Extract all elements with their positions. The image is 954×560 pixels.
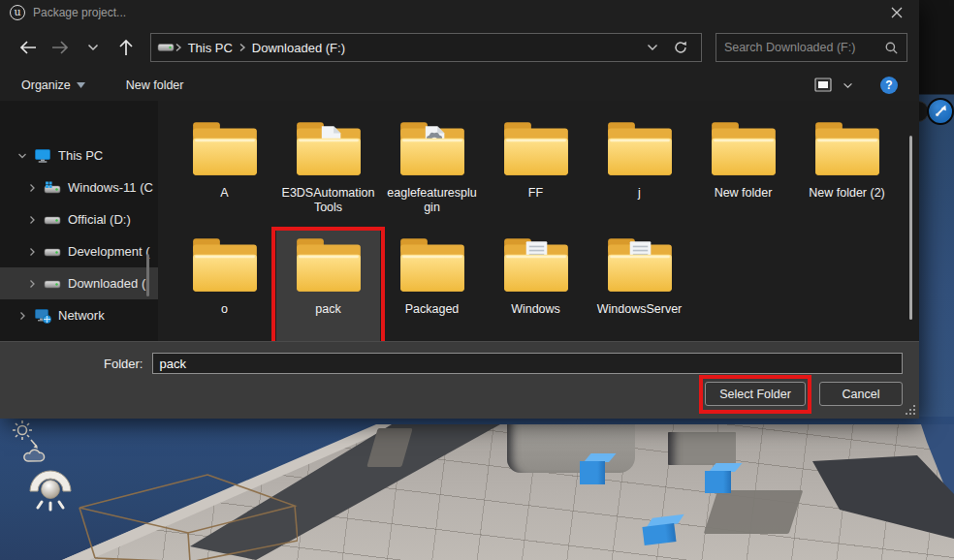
navigation-bar: This PC Downloaded (F:): [0, 25, 919, 70]
sidebar-item-label: Network: [58, 308, 105, 323]
blue-cube: [580, 453, 605, 484]
network-icon: [34, 308, 51, 324]
search-input[interactable]: [724, 41, 884, 54]
window-title: Package project...: [33, 6, 126, 19]
folder-tile-label: o: [221, 302, 228, 317]
cloud-icon[interactable]: [21, 448, 48, 465]
folder-tile-label: j: [638, 186, 641, 201]
folder-tile-packaged[interactable]: Packaged: [380, 231, 484, 341]
sidebar-item-downloaded[interactable]: Downloaded (: [0, 267, 158, 299]
folder-tile-j[interactable]: j: [588, 114, 691, 231]
cancel-button[interactable]: Cancel: [819, 382, 903, 406]
folder-label: Folder:: [104, 357, 143, 371]
title-bar: u Package project...: [0, 0, 919, 25]
folder-tile-label: Windows: [511, 302, 560, 317]
folder-tile-new-folder-2-[interactable]: New folder (2): [795, 114, 899, 231]
blue-cube: [705, 463, 731, 493]
up-button[interactable]: [110, 33, 143, 62]
viewport-canvas[interactable]: [0, 417, 954, 560]
command-bar: Organize New folder ?: [0, 70, 919, 101]
sidebar-item-official-d[interactable]: Official (D:): [0, 203, 158, 235]
skylight-icon[interactable]: [27, 465, 76, 512]
chevron-right-icon[interactable]: [27, 183, 37, 193]
screen: u Package project...: [0, 0, 954, 560]
folder-tile-label: A: [220, 186, 228, 201]
dialog-body: This PCWindows-11 (COfficial (D:)Develop…: [0, 101, 919, 341]
viewport-rounded-box: [507, 424, 635, 473]
folder-tile-windowsserver[interactable]: WindowsServer: [588, 231, 691, 341]
file-grid-scrollbar[interactable]: [909, 136, 912, 320]
folder-icon: [396, 236, 469, 296]
sidebar-tree: This PCWindows-11 (COfficial (D:)Develop…: [0, 101, 158, 341]
folder-name-input[interactable]: [152, 353, 903, 374]
folder-icon: [188, 120, 262, 180]
folder-tile-new-folder[interactable]: New folder: [691, 114, 795, 231]
help-button[interactable]: ?: [880, 77, 898, 94]
monitor-icon: [34, 148, 51, 164]
breadcrumb-chevron-icon: [238, 43, 246, 52]
forward-button[interactable]: [45, 33, 78, 62]
folder-tile-o[interactable]: o: [173, 231, 276, 341]
maximize-viewport-button[interactable]: [927, 98, 954, 125]
back-button[interactable]: [12, 33, 45, 62]
drive-os-icon: [44, 181, 61, 195]
organize-button[interactable]: Organize: [21, 78, 85, 92]
package-project-dialog: u Package project...: [0, 0, 919, 419]
sidebar-item-this-pc[interactable]: This PC: [0, 140, 158, 171]
blue-cube: [641, 515, 676, 545]
folder-tile-label: WindowsServer: [597, 302, 683, 317]
folder-tile-eaglefeaturesplugin[interactable]: eaglefeaturesplugin: [380, 114, 484, 231]
folder-tile-label: FF: [528, 186, 543, 201]
viewport-gray-box: [668, 432, 736, 465]
change-view-button[interactable]: [814, 78, 833, 93]
chevron-right-icon[interactable]: [17, 311, 27, 321]
folder-icon: [707, 120, 780, 180]
recent-locations-button[interactable]: [77, 33, 110, 62]
folder-tile-ff[interactable]: FF: [484, 114, 588, 231]
resize-grip[interactable]: [904, 403, 916, 416]
folder-tile-label: pack: [315, 302, 340, 317]
address-dropdown-button[interactable]: [639, 33, 666, 62]
sidebar-item-label: Windows-11 (C: [68, 180, 153, 195]
folder-tile-label: Packaged: [405, 302, 460, 317]
folder-tile-windows[interactable]: Windows: [484, 231, 588, 341]
drive-icon: [44, 246, 61, 258]
chevron-right-icon[interactable]: [27, 279, 37, 289]
breadcrumb-chevron-icon: [175, 43, 182, 52]
folder-tile-pack[interactable]: pack: [276, 231, 380, 341]
drive-icon: [44, 214, 61, 226]
dropdown-arrow-icon: [77, 82, 85, 88]
folder-tile-a[interactable]: A: [173, 114, 276, 231]
drive-icon: [157, 42, 175, 53]
folder-tile-label: New folder: [715, 186, 773, 201]
chevron-down-icon[interactable]: [17, 151, 27, 161]
sun-icon[interactable]: [8, 419, 43, 451]
search-box[interactable]: [716, 33, 907, 62]
unreal-engine-logo-icon: u: [10, 5, 25, 20]
refresh-button[interactable]: [666, 33, 695, 62]
breadcrumb-downloaded[interactable]: Downloaded (F:): [246, 41, 351, 55]
close-button[interactable]: [884, 2, 909, 23]
view-dropdown-icon[interactable]: [843, 82, 853, 89]
sidebar-item-label: Official (D:): [68, 212, 131, 227]
chevron-right-icon[interactable]: [27, 215, 37, 225]
sidebar-item-development[interactable]: Development (: [0, 235, 158, 267]
sidebar-item-network[interactable]: Network: [0, 299, 158, 331]
select-folder-button[interactable]: Select Folder: [705, 382, 806, 406]
sidebar-item-windows-11-c[interactable]: Windows-11 (C: [0, 171, 158, 203]
sidebar-scrollbar[interactable]: [146, 254, 149, 296]
folder-tile-e3dsautomation-tools[interactable]: E3DSAutomationTools: [276, 114, 380, 231]
folder-icon: [499, 236, 573, 296]
chevron-right-icon[interactable]: [27, 247, 37, 257]
folder-tile-label: eaglefeaturesplugin: [387, 186, 476, 215]
folder-icon: [811, 120, 884, 180]
breadcrumb-this-pc[interactable]: This PC: [182, 41, 238, 55]
new-folder-button[interactable]: New folder: [126, 78, 184, 92]
folder-icon: [396, 120, 469, 180]
folder-icon: [603, 120, 677, 180]
file-grid: AE3DSAutomationToolseaglefeaturespluginF…: [158, 101, 919, 341]
close-icon: [891, 7, 903, 18]
address-bar[interactable]: This PC Downloaded (F:): [150, 33, 702, 62]
folder-tile-label: E3DSAutomationTools: [282, 186, 375, 215]
folder-icon: [292, 236, 366, 296]
